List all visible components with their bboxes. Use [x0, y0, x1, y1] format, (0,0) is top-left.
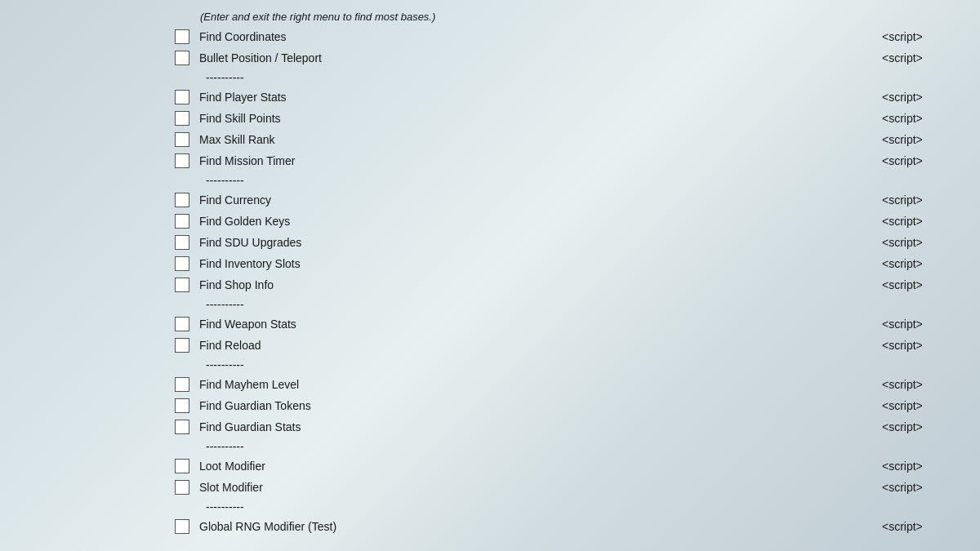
item-script-find-skill-points[interactable]: <script>	[882, 112, 980, 125]
checkbox-area	[0, 420, 196, 434]
item-label-loot-modifier: Loot Modifier	[196, 460, 882, 473]
list-item-max-skill-rank: Max Skill Rank<script>	[0, 129, 980, 150]
list-item-find-mayhem-level: Find Mayhem Level<script>	[0, 374, 980, 395]
checkbox-find-shop-info[interactable]	[175, 278, 189, 292]
separator-row: ----------	[0, 171, 980, 189]
checkbox-find-guardian-stats[interactable]	[175, 420, 189, 434]
item-label-find-sdu-upgrades: Find SDU Upgrades	[196, 236, 882, 249]
checkbox-find-guardian-tokens[interactable]	[175, 398, 189, 413]
separator-row: ----------	[0, 498, 980, 516]
item-label-max-skill-rank: Max Skill Rank	[196, 133, 882, 146]
checkbox-area	[0, 519, 196, 534]
checkbox-find-weapon-stats[interactable]	[175, 317, 189, 331]
checkbox-global-rng-modifier[interactable]	[175, 519, 189, 534]
list-item-global-rng-modifier: Global RNG Modifier (Test)<script>	[0, 516, 980, 537]
checkbox-area	[0, 235, 196, 250]
checkbox-area	[0, 111, 196, 126]
list-item-find-reload: Find Reload<script>	[0, 335, 980, 356]
checkbox-find-currency[interactable]	[175, 193, 189, 207]
item-script-find-shop-info[interactable]: <script>	[882, 278, 980, 291]
checkbox-area	[0, 459, 196, 473]
item-script-find-mission-timer[interactable]: <script>	[882, 154, 980, 167]
separator-row: ----------	[0, 295, 980, 313]
checkbox-find-inventory-slots[interactable]	[175, 256, 189, 271]
separator-label: ----------	[206, 358, 244, 371]
item-label-bullet-position: Bullet Position / Teleport	[196, 51, 882, 64]
checkbox-find-golden-keys[interactable]	[175, 214, 189, 229]
item-label-find-skill-points: Find Skill Points	[196, 112, 882, 125]
checkbox-loot-modifier[interactable]	[175, 459, 189, 473]
item-script-find-inventory-slots[interactable]: <script>	[882, 257, 980, 270]
checkbox-area	[0, 153, 196, 168]
item-label-find-shop-info: Find Shop Info	[196, 278, 882, 291]
items-container: Find Coordinates<script>Bullet Position …	[0, 26, 980, 537]
item-label-find-golden-keys: Find Golden Keys	[196, 215, 882, 228]
item-script-find-reload[interactable]: <script>	[882, 339, 980, 352]
item-label-find-player-stats: Find Player Stats	[196, 91, 882, 104]
separator-label: ----------	[206, 174, 244, 187]
item-script-slot-modifier[interactable]: <script>	[882, 481, 980, 494]
item-label-find-coordinates: Find Coordinates	[196, 30, 882, 43]
separator-row: ----------	[0, 438, 980, 455]
list-item-find-guardian-stats: Find Guardian Stats<script>	[0, 416, 980, 438]
checkbox-find-reload[interactable]	[175, 338, 189, 353]
list-item-find-golden-keys: Find Golden Keys<script>	[0, 211, 980, 232]
checkbox-area	[0, 90, 196, 104]
item-label-find-weapon-stats: Find Weapon Stats	[196, 318, 882, 331]
checkbox-area	[0, 29, 196, 44]
item-script-find-guardian-stats[interactable]: <script>	[882, 420, 980, 433]
list-item-find-coordinates: Find Coordinates<script>	[0, 26, 980, 47]
checkbox-max-skill-rank[interactable]	[175, 132, 189, 147]
checkbox-find-mission-timer[interactable]	[175, 153, 189, 168]
checkbox-bullet-position[interactable]	[175, 51, 189, 65]
checkbox-area	[0, 480, 196, 495]
header-note: (Enter and exit the right menu to find m…	[200, 11, 435, 23]
checkbox-find-player-stats[interactable]	[175, 90, 189, 104]
separator-row: ----------	[0, 69, 980, 87]
item-script-find-golden-keys[interactable]: <script>	[882, 215, 980, 228]
item-script-find-player-stats[interactable]: <script>	[882, 91, 980, 104]
list-item-bullet-position: Bullet Position / Teleport<script>	[0, 47, 980, 69]
separator-label: ----------	[206, 440, 244, 453]
checkbox-area	[0, 278, 196, 292]
item-script-find-sdu-upgrades[interactable]: <script>	[882, 236, 980, 249]
list-item-find-guardian-tokens: Find Guardian Tokens<script>	[0, 395, 980, 416]
item-script-find-guardian-tokens[interactable]: <script>	[882, 399, 980, 412]
item-label-find-inventory-slots: Find Inventory Slots	[196, 257, 882, 270]
checkbox-area	[0, 214, 196, 229]
checkbox-find-mayhem-level[interactable]	[175, 377, 189, 392]
item-label-find-mission-timer: Find Mission Timer	[196, 154, 882, 167]
list-item-loot-modifier: Loot Modifier<script>	[0, 455, 980, 477]
item-label-find-guardian-tokens: Find Guardian Tokens	[196, 399, 882, 412]
checkbox-find-sdu-upgrades[interactable]	[175, 235, 189, 250]
item-label-slot-modifier: Slot Modifier	[196, 481, 882, 494]
checkbox-find-skill-points[interactable]	[175, 111, 189, 126]
main-container: (Enter and exit the right menu to find m…	[0, 0, 980, 551]
separator-label: ----------	[206, 71, 244, 84]
list-item-find-sdu-upgrades: Find SDU Upgrades<script>	[0, 232, 980, 253]
list-item-find-inventory-slots: Find Inventory Slots<script>	[0, 253, 980, 274]
list-item-find-weapon-stats: Find Weapon Stats<script>	[0, 313, 980, 335]
checkbox-area	[0, 377, 196, 392]
item-label-find-mayhem-level: Find Mayhem Level	[196, 378, 882, 391]
list-item-find-player-stats: Find Player Stats<script>	[0, 87, 980, 108]
item-script-find-mayhem-level[interactable]: <script>	[882, 378, 980, 391]
item-script-max-skill-rank[interactable]: <script>	[882, 133, 980, 146]
checkbox-area	[0, 317, 196, 331]
checkbox-slot-modifier[interactable]	[175, 480, 189, 495]
item-script-loot-modifier[interactable]: <script>	[882, 460, 980, 473]
separator-row: ----------	[0, 356, 980, 374]
item-label-find-reload: Find Reload	[196, 339, 882, 352]
item-script-find-coordinates[interactable]: <script>	[882, 30, 980, 43]
item-script-bullet-position[interactable]: <script>	[882, 51, 980, 64]
item-script-find-weapon-stats[interactable]: <script>	[882, 318, 980, 331]
checkbox-area	[0, 51, 196, 65]
list-item-find-skill-points: Find Skill Points<script>	[0, 108, 980, 129]
item-script-find-currency[interactable]: <script>	[882, 193, 980, 207]
item-label-global-rng-modifier: Global RNG Modifier (Test)	[196, 520, 882, 533]
checkbox-find-coordinates[interactable]	[175, 29, 189, 44]
item-script-global-rng-modifier[interactable]: <script>	[882, 520, 980, 533]
list-item-find-mission-timer: Find Mission Timer<script>	[0, 150, 980, 171]
checkbox-area	[0, 193, 196, 207]
header-row: (Enter and exit the right menu to find m…	[0, 7, 980, 26]
